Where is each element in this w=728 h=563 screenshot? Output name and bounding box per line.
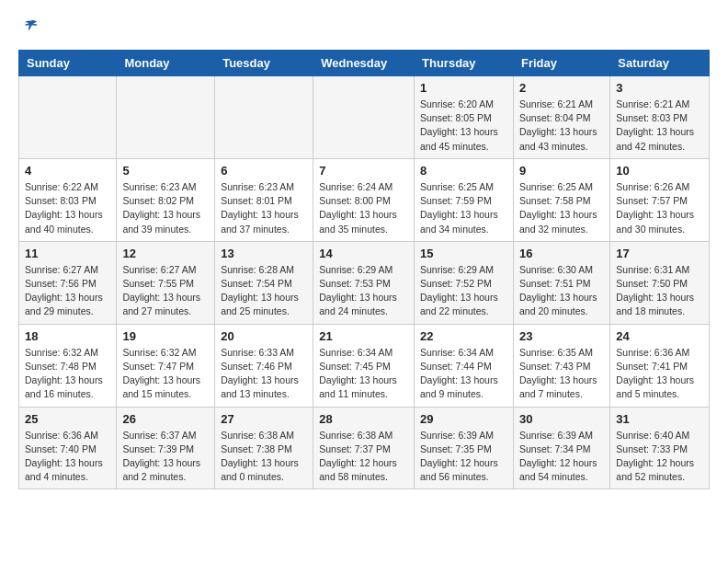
calendar-cell: 23Sunrise: 6:35 AM Sunset: 7:43 PM Dayli…: [513, 324, 609, 407]
day-number: 19: [122, 329, 209, 343]
calendar-cell: 10Sunrise: 6:26 AM Sunset: 7:57 PM Dayli…: [610, 158, 710, 241]
day-number: 31: [616, 412, 703, 426]
day-info: Sunrise: 6:36 AM Sunset: 7:40 PM Dayligh…: [25, 429, 110, 485]
calendar-cell: 1Sunrise: 6:20 AM Sunset: 8:05 PM Daylig…: [415, 76, 514, 159]
day-number: 11: [25, 247, 110, 260]
calendar-cell: 19Sunrise: 6:32 AM Sunset: 7:47 PM Dayli…: [117, 324, 215, 407]
day-number: 27: [221, 412, 307, 426]
calendar-week-row: 25Sunrise: 6:36 AM Sunset: 7:40 PM Dayli…: [19, 407, 710, 489]
calendar-cell: 3Sunrise: 6:21 AM Sunset: 8:03 PM Daylig…: [610, 76, 710, 159]
calendar-cell: [215, 76, 313, 159]
calendar-table: SundayMondayTuesdayWednesdayThursdayFrid…: [18, 50, 710, 489]
weekday-header-wednesday: Wednesday: [313, 51, 415, 76]
weekday-header-sunday: Sunday: [19, 51, 117, 76]
calendar-cell: 5Sunrise: 6:23 AM Sunset: 8:02 PM Daylig…: [117, 158, 215, 241]
calendar-cell: [313, 76, 415, 159]
day-number: 10: [616, 164, 703, 178]
day-number: 1: [420, 81, 507, 95]
weekday-header-friday: Friday: [513, 51, 609, 76]
logo-bird-icon: [22, 18, 39, 35]
calendar-week-row: 1Sunrise: 6:20 AM Sunset: 8:05 PM Daylig…: [19, 76, 710, 159]
day-number: 17: [616, 247, 703, 260]
calendar-cell: 27Sunrise: 6:38 AM Sunset: 7:38 PM Dayli…: [215, 407, 313, 489]
logo: [18, 18, 40, 35]
day-number: 7: [319, 164, 408, 178]
day-number: 13: [221, 247, 307, 260]
calendar-cell: 17Sunrise: 6:31 AM Sunset: 7:50 PM Dayli…: [610, 241, 710, 324]
day-info: Sunrise: 6:25 AM Sunset: 7:59 PM Dayligh…: [420, 180, 507, 236]
day-info: Sunrise: 6:39 AM Sunset: 7:34 PM Dayligh…: [519, 429, 604, 485]
calendar-week-row: 18Sunrise: 6:32 AM Sunset: 7:48 PM Dayli…: [19, 324, 710, 407]
calendar-cell: 6Sunrise: 6:23 AM Sunset: 8:01 PM Daylig…: [215, 158, 313, 241]
day-info: Sunrise: 6:21 AM Sunset: 8:04 PM Dayligh…: [519, 98, 604, 154]
day-info: Sunrise: 6:20 AM Sunset: 8:05 PM Dayligh…: [420, 98, 507, 154]
day-number: 16: [519, 247, 604, 260]
calendar-cell: 29Sunrise: 6:39 AM Sunset: 7:35 PM Dayli…: [415, 407, 514, 489]
calendar-cell: 16Sunrise: 6:30 AM Sunset: 7:51 PM Dayli…: [513, 241, 609, 324]
day-info: Sunrise: 6:29 AM Sunset: 7:53 PM Dayligh…: [319, 263, 408, 319]
weekday-header-row: SundayMondayTuesdayWednesdayThursdayFrid…: [19, 51, 710, 76]
calendar-cell: 14Sunrise: 6:29 AM Sunset: 7:53 PM Dayli…: [313, 241, 415, 324]
calendar-cell: 28Sunrise: 6:38 AM Sunset: 7:37 PM Dayli…: [313, 407, 415, 489]
day-number: 3: [616, 81, 703, 95]
page-header: [18, 18, 710, 35]
day-info: Sunrise: 6:24 AM Sunset: 8:00 PM Dayligh…: [319, 180, 408, 236]
day-number: 25: [25, 412, 110, 426]
weekday-header-saturday: Saturday: [610, 51, 710, 76]
day-number: 21: [319, 329, 408, 343]
calendar-cell: 9Sunrise: 6:25 AM Sunset: 7:58 PM Daylig…: [513, 158, 609, 241]
day-number: 30: [519, 412, 604, 426]
calendar-cell: 4Sunrise: 6:22 AM Sunset: 8:03 PM Daylig…: [19, 158, 117, 241]
day-number: 18: [25, 329, 110, 343]
day-info: Sunrise: 6:38 AM Sunset: 7:38 PM Dayligh…: [221, 429, 307, 485]
calendar-cell: 30Sunrise: 6:39 AM Sunset: 7:34 PM Dayli…: [513, 407, 609, 489]
day-info: Sunrise: 6:23 AM Sunset: 8:01 PM Dayligh…: [221, 180, 307, 236]
day-info: Sunrise: 6:26 AM Sunset: 7:57 PM Dayligh…: [616, 180, 703, 236]
calendar-cell: [117, 76, 215, 159]
calendar-cell: 15Sunrise: 6:29 AM Sunset: 7:52 PM Dayli…: [415, 241, 514, 324]
calendar-cell: [19, 76, 117, 159]
day-number: 23: [519, 329, 604, 343]
day-info: Sunrise: 6:30 AM Sunset: 7:51 PM Dayligh…: [519, 263, 604, 319]
day-number: 28: [319, 412, 408, 426]
calendar-cell: 18Sunrise: 6:32 AM Sunset: 7:48 PM Dayli…: [19, 324, 117, 407]
day-number: 20: [221, 329, 307, 343]
day-number: 8: [420, 164, 507, 178]
day-number: 12: [122, 247, 209, 260]
day-info: Sunrise: 6:27 AM Sunset: 7:56 PM Dayligh…: [25, 263, 110, 319]
day-number: 4: [25, 164, 110, 178]
day-info: Sunrise: 6:37 AM Sunset: 7:39 PM Dayligh…: [122, 429, 209, 485]
weekday-header-tuesday: Tuesday: [215, 51, 313, 76]
day-info: Sunrise: 6:38 AM Sunset: 7:37 PM Dayligh…: [319, 429, 408, 485]
day-info: Sunrise: 6:39 AM Sunset: 7:35 PM Dayligh…: [420, 429, 507, 485]
calendar-cell: 12Sunrise: 6:27 AM Sunset: 7:55 PM Dayli…: [117, 241, 215, 324]
calendar-cell: 31Sunrise: 6:40 AM Sunset: 7:33 PM Dayli…: [610, 407, 710, 489]
day-info: Sunrise: 6:33 AM Sunset: 7:46 PM Dayligh…: [221, 346, 307, 402]
day-number: 9: [519, 164, 604, 178]
day-info: Sunrise: 6:35 AM Sunset: 7:43 PM Dayligh…: [519, 346, 604, 402]
day-info: Sunrise: 6:36 AM Sunset: 7:41 PM Dayligh…: [616, 346, 703, 402]
calendar-cell: 13Sunrise: 6:28 AM Sunset: 7:54 PM Dayli…: [215, 241, 313, 324]
day-info: Sunrise: 6:32 AM Sunset: 7:47 PM Dayligh…: [122, 346, 209, 402]
day-number: 22: [420, 329, 507, 343]
calendar-cell: 20Sunrise: 6:33 AM Sunset: 7:46 PM Dayli…: [215, 324, 313, 407]
day-number: 14: [319, 247, 408, 260]
day-info: Sunrise: 6:28 AM Sunset: 7:54 PM Dayligh…: [221, 263, 307, 319]
day-number: 6: [221, 164, 307, 178]
weekday-header-thursday: Thursday: [415, 51, 514, 76]
calendar-cell: 11Sunrise: 6:27 AM Sunset: 7:56 PM Dayli…: [19, 241, 117, 324]
day-info: Sunrise: 6:25 AM Sunset: 7:58 PM Dayligh…: [519, 180, 604, 236]
day-number: 5: [122, 164, 209, 178]
calendar-cell: 2Sunrise: 6:21 AM Sunset: 8:04 PM Daylig…: [513, 76, 609, 159]
day-info: Sunrise: 6:40 AM Sunset: 7:33 PM Dayligh…: [616, 429, 703, 485]
day-info: Sunrise: 6:23 AM Sunset: 8:02 PM Dayligh…: [122, 180, 209, 236]
day-info: Sunrise: 6:27 AM Sunset: 7:55 PM Dayligh…: [122, 263, 209, 319]
day-number: 15: [420, 247, 507, 260]
calendar-week-row: 4Sunrise: 6:22 AM Sunset: 8:03 PM Daylig…: [19, 158, 710, 241]
day-number: 26: [122, 412, 209, 426]
day-number: 29: [420, 412, 507, 426]
calendar-cell: 25Sunrise: 6:36 AM Sunset: 7:40 PM Dayli…: [19, 407, 117, 489]
calendar-cell: 24Sunrise: 6:36 AM Sunset: 7:41 PM Dayli…: [610, 324, 710, 407]
day-info: Sunrise: 6:32 AM Sunset: 7:48 PM Dayligh…: [25, 346, 110, 402]
day-number: 24: [616, 329, 703, 343]
